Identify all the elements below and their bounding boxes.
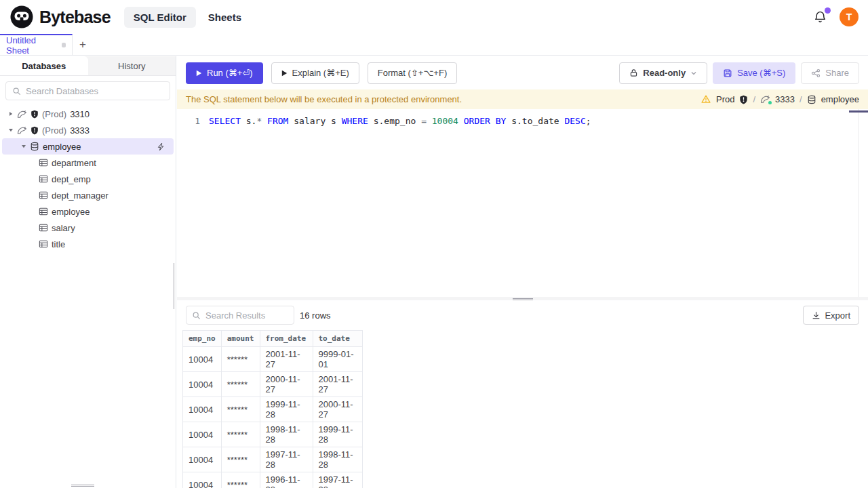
database-label: employee <box>821 94 859 104</box>
table-icon <box>39 207 48 216</box>
sidebar-bottom-resize-handle[interactable] <box>71 484 94 487</box>
new-sheet-button[interactable]: + <box>73 34 93 55</box>
tree-instance-3310[interactable]: (Prod)3310 <box>0 106 176 122</box>
table-row[interactable]: 10004******2001-11-279999-01-01 <box>183 347 363 372</box>
export-button[interactable]: Export <box>803 306 859 325</box>
format-button[interactable]: Format (⇧+⌥+F) <box>368 62 457 84</box>
sql-token-plain: ; <box>586 116 591 126</box>
table-cell: 10004 <box>183 422 222 447</box>
database-name: employee <box>43 142 81 152</box>
results-search[interactable] <box>186 306 294 325</box>
tree-table-dept_emp[interactable]: dept_emp <box>0 171 176 187</box>
tree-table-dept_manager[interactable]: dept_manager <box>0 187 176 203</box>
readonly-mode-dropdown[interactable]: Read-only <box>619 62 707 84</box>
column-header-to_date[interactable]: to_date <box>313 331 362 347</box>
shield-icon <box>31 110 39 119</box>
tree-table-title[interactable]: title <box>0 236 176 252</box>
sql-token-keyword: BY <box>496 116 507 126</box>
download-icon <box>812 311 821 320</box>
database-search-input[interactable] <box>26 86 163 96</box>
breadcrumb-separator: / <box>753 94 755 104</box>
sql-token-keyword: SELECT <box>209 116 241 126</box>
table-cell: 1997-11-28 <box>260 447 313 472</box>
share-icon <box>811 68 821 78</box>
column-header-emp_no[interactable]: emp_no <box>183 331 222 347</box>
nav-sheets[interactable]: Sheets <box>199 7 251 28</box>
user-avatar[interactable]: T <box>840 7 859 26</box>
table-cell: 10004 <box>183 397 222 422</box>
sheet-tab-label: Untitled Sheet <box>6 35 56 56</box>
search-icon <box>192 311 201 320</box>
table-cell: 10004 <box>183 472 222 488</box>
chevron-right-icon <box>8 111 14 117</box>
lock-icon <box>629 68 638 77</box>
table-row[interactable]: 10004******1999-11-282000-11-27 <box>183 397 363 422</box>
tree-table-salary[interactable]: salary <box>0 220 176 236</box>
tab-databases[interactable]: Databases <box>0 56 88 75</box>
sql-token-plain: s. <box>241 116 256 126</box>
table-row[interactable]: 10004******2000-11-272001-11-27 <box>183 372 363 397</box>
sql-statement: SELECT s.* FROM salary s WHERE s.emp_no … <box>209 115 591 127</box>
chevron-down-icon <box>8 127 14 133</box>
sidebar-resize-handle[interactable] <box>173 263 176 286</box>
shield-icon <box>31 126 39 135</box>
tree-table-department[interactable]: department <box>0 155 176 171</box>
nav-sql-editor[interactable]: SQL Editor <box>124 7 196 28</box>
table-name: title <box>52 239 65 249</box>
tree-table-employee[interactable]: employee <box>0 203 176 220</box>
table-name: employee <box>52 207 90 217</box>
table-icon <box>39 224 48 232</box>
table-icon <box>39 191 48 199</box>
play-icon <box>281 70 288 77</box>
lightning-icon[interactable] <box>157 142 165 151</box>
save-button[interactable]: Save (⌘+S) <box>713 62 795 84</box>
save-button-label: Save (⌘+S) <box>737 68 785 78</box>
panel-resize-divider[interactable] <box>177 297 868 300</box>
export-button-label: Export <box>825 310 850 321</box>
results-table: emp_noamountfrom_dateto_date 10004******… <box>182 330 363 488</box>
plus-icon: + <box>79 38 86 52</box>
bytebase-logo[interactable]: Bytebase <box>9 5 111 29</box>
sheet-tab-bar: Untitled Sheet + <box>0 34 868 56</box>
tab-history[interactable]: History <box>88 56 176 75</box>
save-icon <box>723 68 732 78</box>
warning-icon <box>701 94 711 104</box>
table-cell: ****** <box>221 447 260 472</box>
table-row[interactable]: 10004******1997-11-281998-11-28 <box>183 447 363 472</box>
database-search[interactable] <box>5 81 170 100</box>
table-cell: ****** <box>221 472 260 488</box>
instance-name: 3333 <box>70 125 90 136</box>
table-row[interactable]: 10004******1996-11-281997-11-28 <box>183 472 363 488</box>
mysql-instance-icon <box>17 126 27 135</box>
table-cell: 10004 <box>183 447 222 472</box>
sheet-tab-untitled[interactable]: Untitled Sheet <box>0 34 73 55</box>
database-tree: (Prod)3310(Prod)3333employeedepartmentde… <box>0 106 176 252</box>
search-icon <box>12 87 21 96</box>
column-header-from_date[interactable]: from_date <box>260 331 313 347</box>
environment-prefix: (Prod) <box>42 125 66 136</box>
breadcrumb-separator: / <box>800 94 802 104</box>
format-button-label: Format (⇧+⌥+F) <box>378 68 447 78</box>
toolbar-right: Read-only Save (⌘+S) <box>619 62 859 84</box>
table-cell: 10004 <box>183 347 222 372</box>
notifications-button[interactable] <box>813 10 827 24</box>
sql-token-number: 10004 <box>432 116 458 126</box>
explain-button[interactable]: Explain (⌘+E) <box>271 62 359 84</box>
results-panel: 16 rows Export emp_noamountfrom_dateto_d… <box>177 300 868 488</box>
share-button[interactable]: Share <box>801 62 859 84</box>
run-button[interactable]: Run (⌘+⏎) <box>186 62 263 84</box>
sidebar-tabs: Databases History <box>0 56 176 76</box>
tree-instance-3333[interactable]: (Prod)3333 <box>0 122 176 138</box>
table-cell: 2001-11-27 <box>313 372 362 397</box>
sql-token-operator: = <box>421 116 427 126</box>
unsaved-indicator-icon <box>62 43 66 47</box>
sql-token-plain: salary s <box>288 116 341 126</box>
table-cell: 1999-11-28 <box>313 422 362 447</box>
share-button-label: Share <box>825 68 849 78</box>
sql-editor[interactable]: 1 SELECT s.* FROM salary s WHERE s.emp_n… <box>177 109 868 297</box>
tree-database-employee[interactable]: employee <box>2 138 174 155</box>
results-search-input[interactable] <box>205 310 288 321</box>
table-row[interactable]: 10004******1998-11-281999-11-28 <box>183 422 363 447</box>
top-nav: SQL Editor Sheets <box>124 7 251 28</box>
column-header-amount[interactable]: amount <box>221 331 260 347</box>
